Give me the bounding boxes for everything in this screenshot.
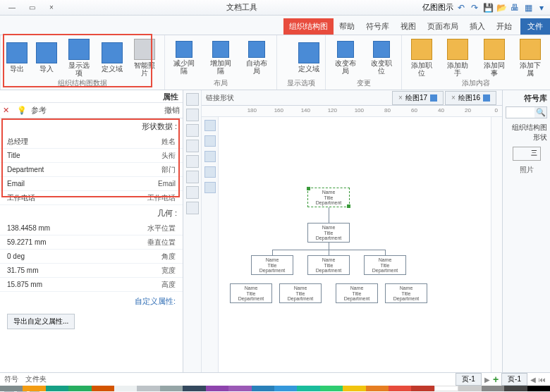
prop-value[interactable]: 工作电话: [0, 193, 126, 203]
side-tool-8[interactable]: [186, 202, 199, 214]
prop-value[interactable]: 总经理: [0, 137, 126, 147]
prop-value[interactable]: 31.75 mm: [0, 267, 126, 274]
close-icon[interactable]: ×: [451, 94, 456, 102]
tab-start[interactable]: 开始: [491, 18, 518, 35]
tab-layout[interactable]: 页面布局: [422, 18, 464, 35]
tool-text[interactable]: [204, 135, 216, 147]
side-tool-4[interactable]: [186, 140, 199, 152]
org-node[interactable]: NameTitleDepartment: [230, 283, 272, 303]
prop-value[interactable]: Email: [0, 180, 126, 188]
symbol-panel: 符号库 🔍 组织结构图形状 照片: [502, 90, 550, 372]
side-tool-6[interactable]: [186, 171, 199, 183]
prop-row: Department部门: [0, 163, 183, 177]
prop-label: 头衔: [126, 151, 183, 161]
tool-line[interactable]: [204, 182, 216, 193]
menu-icon[interactable]: ▾: [536, 2, 547, 13]
add-page-button[interactable]: +: [493, 374, 499, 385]
open-icon[interactable]: 📂: [496, 2, 507, 13]
prop-label: 水平位置: [126, 223, 183, 233]
org-node[interactable]: NameTitleDepartment: [307, 223, 350, 243]
tool-select[interactable]: [204, 120, 216, 131]
org-node[interactable]: NameTitleDepartment: [364, 255, 406, 275]
page-first-icon[interactable]: ⏮: [539, 376, 546, 384]
prop-label: Email: [126, 180, 183, 188]
hint-undo[interactable]: 撤销: [164, 105, 180, 116]
win-close[interactable]: ×: [42, 2, 61, 13]
side-tool-5[interactable]: [186, 155, 199, 168]
add-colleague-button[interactable]: 添加同事: [477, 37, 511, 78]
change-position-button[interactable]: 改变职位: [365, 39, 398, 76]
smart-photo-button[interactable]: 智能照片: [128, 37, 161, 78]
symbol-panel-title: 符号库: [506, 93, 547, 104]
win-minimize[interactable]: —: [3, 2, 21, 13]
footer-file-tab[interactable]: 文件夹: [25, 374, 47, 384]
org-node[interactable]: NameTitleDepartment: [336, 283, 378, 303]
prop-value[interactable]: 15.875 mm: [0, 281, 126, 288]
page-prev-icon[interactable]: ◀: [530, 376, 536, 384]
tab-orgchart[interactable]: 组织结构图: [283, 18, 334, 35]
display-options-button[interactable]: 显示选项: [63, 37, 96, 78]
org-node[interactable]: NameTitleDepartment: [307, 255, 350, 275]
search-icon[interactable]: 🔍: [534, 107, 546, 118]
side-tool-3[interactable]: [186, 124, 199, 137]
win-maximize[interactable]: ▭: [23, 2, 41, 13]
add-assistant-button[interactable]: 添加助手: [441, 37, 475, 78]
shape-thumbnail[interactable]: [513, 147, 541, 161]
symbol-search[interactable]: 🔍: [506, 106, 547, 118]
org-node-root[interactable]: NameTitleDepartment: [307, 188, 350, 207]
import-button[interactable]: 导入: [33, 41, 60, 74]
tool-connector[interactable]: [204, 151, 216, 162]
save-icon[interactable]: 💾: [482, 2, 494, 13]
prop-value[interactable]: 59.2271 mm: [0, 238, 126, 246]
print-icon[interactable]: 🖶: [509, 2, 520, 13]
export-button[interactable]: 导出: [4, 41, 30, 74]
lib-title[interactable]: 组织结构图形状: [506, 123, 547, 142]
prop-label: 角度: [126, 252, 183, 262]
close-icon[interactable]: ×: [398, 94, 403, 102]
doc-tab-2[interactable]: 绘图17×: [392, 91, 444, 105]
redo-icon[interactable]: ↷: [469, 2, 480, 13]
define-field2-button[interactable]: 定义域: [99, 41, 126, 74]
prop-row: 31.75 mm宽度: [0, 264, 183, 278]
cross-icon[interactable]: ✕: [3, 106, 13, 116]
tab-view[interactable]: 视图: [395, 18, 422, 35]
page-tab-2[interactable]: 页-1: [456, 373, 482, 386]
new-icon[interactable]: ▦: [522, 2, 534, 13]
tab-symbols[interactable]: 符号库: [360, 18, 395, 35]
ribbon-group-add: 添加下属 添加同事 添加助手 添加职位 添加内容: [401, 35, 550, 90]
undo-icon[interactable]: ↶: [456, 2, 467, 13]
increase-spacing-button[interactable]: 增加间隔: [204, 39, 237, 76]
file-tab[interactable]: 文件: [520, 18, 550, 35]
auto-layout-button[interactable]: 自动布局: [240, 39, 273, 76]
add-position-button[interactable]: 添加职位: [405, 37, 438, 78]
prop-value[interactable]: 138.4458 mm: [0, 224, 126, 232]
side-tool-7[interactable]: [186, 186, 199, 199]
tab-insert[interactable]: 插入: [464, 18, 491, 35]
page-tab-1[interactable]: 页-1: [501, 373, 527, 386]
export-custom-props-button[interactable]: 导出自定义属性...: [7, 314, 75, 329]
tool-shape[interactable]: [204, 166, 216, 178]
prop-value[interactable]: Department: [0, 166, 126, 173]
org-node[interactable]: NameTitleDepartment: [385, 283, 427, 303]
section-shape-data: 形状数据 :: [0, 118, 183, 135]
org-node[interactable]: NameTitleDepartment: [279, 283, 322, 303]
add-subordinate-button[interactable]: 添加下属: [514, 37, 547, 78]
ribbon: 添加下属 添加同事 添加助手 添加职位 添加内容 改变职位 改变布局 变更 定义…: [0, 35, 550, 90]
doc-tab-1[interactable]: 绘图16×: [445, 91, 496, 105]
define-field-button[interactable]: 定义域: [295, 41, 322, 74]
prop-value[interactable]: 0 deg: [0, 252, 126, 260]
side-tool-2[interactable]: [186, 109, 199, 121]
symbol-search-input[interactable]: [506, 107, 534, 118]
change-layout-button[interactable]: 改变布局: [329, 39, 362, 76]
decrease-spacing-button[interactable]: 减少间隔: [168, 39, 201, 76]
tab-help[interactable]: 帮助: [334, 18, 360, 35]
shape-caption: 照片: [506, 165, 547, 175]
footer-symbol-tab[interactable]: 符号: [4, 374, 18, 384]
prop-value[interactable]: Title: [0, 152, 126, 159]
side-tool-1[interactable]: [186, 93, 199, 106]
color-bar[interactable]: [0, 386, 550, 391]
org-node[interactable]: NameTitleDepartment: [251, 255, 293, 275]
prop-row: 59.2271 mm垂直位置: [0, 235, 183, 250]
canvas[interactable]: NameTitleDepartment NameTitleDepartment …: [219, 117, 491, 372]
page-next-icon[interactable]: ▶: [484, 376, 490, 384]
